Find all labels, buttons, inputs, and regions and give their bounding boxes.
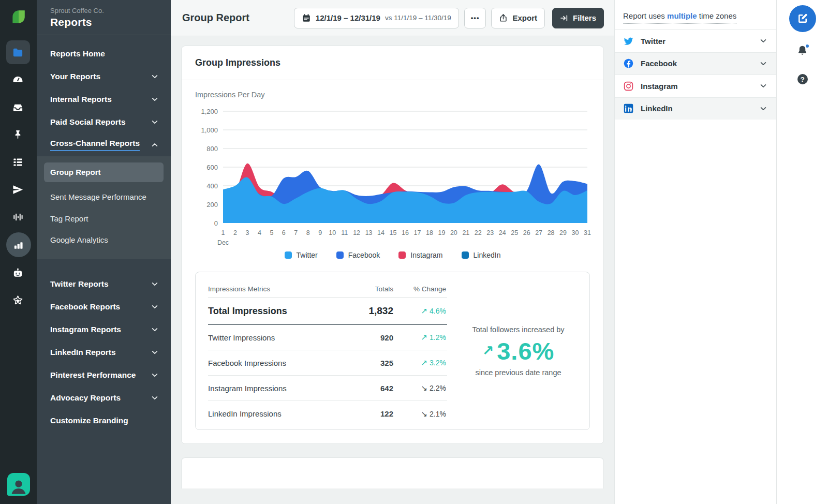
more-options-button[interactable]: ••• [464, 8, 486, 28]
metrics-header-change: % Change [393, 285, 447, 293]
network-rows: TwitterFacebookInstagramLinkedIn [615, 29, 776, 120]
submenu-item-tag-report[interactable]: Tag Report [37, 208, 171, 230]
sidebar-item-cross-channel-reports[interactable]: Cross-Channel Reports [37, 134, 171, 156]
followers-line1: Total followers increased by [472, 325, 564, 334]
submenu-item-group-report[interactable]: Group Report [44, 162, 164, 182]
rail-item-listening[interactable] [6, 205, 30, 229]
user-avatar[interactable] [7, 473, 30, 496]
ellipsis-icon: ••• [471, 14, 480, 22]
chevron-down-icon [151, 394, 158, 402]
rail-item-folder[interactable] [6, 40, 30, 64]
network-row-facebook[interactable]: Facebook [615, 52, 776, 75]
sidebar-item-your-reports[interactable]: Your Reports [37, 65, 171, 88]
submenu-item-google-analytics[interactable]: Google Analytics [37, 229, 171, 251]
trend-up-icon: ↗ [421, 333, 428, 342]
chart-legend: TwitterFacebookInstagramLinkedIn [195, 251, 590, 259]
inbox-icon [12, 101, 24, 113]
timezone-note-prefix: Report uses [623, 11, 667, 20]
followers-stat: ↗ 3.6% [482, 337, 555, 365]
export-button[interactable]: Export [491, 8, 545, 28]
svg-text:2: 2 [233, 229, 237, 236]
svg-text:3: 3 [245, 229, 249, 236]
network-row-instagram[interactable]: Instagram [615, 75, 776, 97]
sidebar-item-reports-home[interactable]: Reports Home [37, 42, 171, 65]
date-range-button[interactable]: 12/1/19 – 12/31/19 vs 11/1/19 – 11/30/19 [294, 8, 459, 28]
metrics-table-header: Impressions Metrics Totals % Change [208, 280, 447, 298]
card-body: Impressions Per Day 02004006008001,0001,… [182, 80, 603, 443]
followers-line2: since previous date range [475, 368, 561, 377]
chevron-down-icon [760, 105, 767, 112]
sidebar-title: Reports [50, 16, 158, 28]
svg-text:21: 21 [462, 229, 469, 236]
svg-text:800: 800 [206, 145, 218, 153]
legend-item-twitter: Twitter [285, 251, 318, 259]
network-row-linkedin[interactable]: LinkedIn [615, 97, 776, 120]
network-row-twitter[interactable]: Twitter [615, 29, 776, 52]
sidebar-item-paid-social-reports[interactable]: Paid Social Reports [37, 111, 171, 134]
rail-item-paper-plane[interactable] [6, 177, 30, 201]
legend-swatch-icon [336, 251, 344, 259]
sidebar-item-customize-branding[interactable]: Customize Branding [37, 409, 171, 432]
sidebar-item-facebook-reports[interactable]: Facebook Reports [37, 295, 171, 318]
rail-item-bar-chart[interactable] [6, 232, 31, 257]
sidebar-item-advocacy-reports[interactable]: Advocacy Reports [37, 387, 171, 409]
filters-button[interactable]: Filters [552, 8, 604, 28]
chevron-down-icon [151, 118, 158, 126]
chevron-up-icon [151, 141, 158, 149]
legend-label: Instagram [410, 251, 442, 259]
svg-text:20: 20 [450, 229, 457, 236]
date-compare-value: vs 11/1/19 – 11/30/19 [385, 14, 451, 22]
sidebar-item-internal-reports[interactable]: Internal Reports [37, 88, 171, 111]
sidebar-item-instagram-reports[interactable]: Instagram Reports [37, 318, 171, 341]
sidebar-item-twitter-reports[interactable]: Twitter Reports [37, 273, 171, 295]
timezone-multiple-link[interactable]: multiple [667, 11, 697, 20]
svg-text:12: 12 [353, 229, 360, 236]
impressions-area-chart: 02004006008001,0001,20012345678910111213… [195, 104, 592, 246]
svg-text:600: 600 [206, 164, 218, 171]
filters-label: Filters [573, 13, 596, 22]
submenu-item-sent-message-performance[interactable]: Sent Message Performance [37, 186, 171, 208]
help-button[interactable]: ? [797, 74, 808, 84]
listening-icon [12, 211, 24, 223]
card-title: Group Impressions [195, 57, 590, 68]
chevron-down-icon [151, 303, 158, 310]
sprout-logo[interactable] [9, 7, 28, 27]
calendar-icon [302, 13, 311, 23]
sidebar-item-linkedin-reports[interactable]: LinkedIn Reports [37, 341, 171, 364]
filters-icon [560, 14, 568, 22]
metrics-header-totals: Totals [344, 285, 393, 293]
change-down: ↘2.1% [421, 410, 447, 418]
svg-text:1,200: 1,200 [201, 108, 218, 115]
metrics-row-instagram-impressions: Instagram Impressions642↘2.2% [208, 376, 447, 401]
chevron-down-icon [151, 73, 158, 80]
sidebar-item-pinterest-performance[interactable]: Pinterest Performance [37, 364, 171, 387]
trend-down-icon: ↘ [421, 409, 428, 418]
group-impressions-card: Group Impressions Impressions Per Day 02… [181, 46, 604, 444]
legend-label: Facebook [348, 251, 380, 259]
rail-item-feed[interactable] [6, 150, 30, 174]
svg-text:15: 15 [390, 229, 397, 236]
paper-plane-icon [12, 184, 24, 196]
rail-item-gauge[interactable] [6, 68, 30, 92]
rail-item-star[interactable] [6, 288, 30, 312]
reports-sidebar: Sprout Coffee Co. Reports Reports HomeYo… [37, 0, 171, 504]
compose-button[interactable] [789, 5, 816, 32]
rail-item-inbox[interactable] [6, 95, 30, 119]
svg-text:0: 0 [214, 219, 218, 227]
folder-icon [12, 47, 24, 58]
svg-text:10: 10 [329, 229, 336, 236]
chevron-down-icon [151, 96, 158, 103]
chevron-down-icon [760, 37, 767, 45]
rail-item-pin[interactable] [6, 123, 30, 146]
bar-chart-icon [12, 239, 24, 251]
date-range-value: 12/1/19 – 12/31/19 [316, 13, 380, 22]
svg-text:19: 19 [438, 229, 445, 236]
account-name: Sprout Coffee Co. [50, 7, 158, 14]
main-area: Group Report 12/1/19 – 12/31/19 vs 11/1/… [171, 0, 614, 504]
impressions-metrics-panel: Impressions Metrics Totals % Change Tota… [195, 272, 590, 430]
rail-item-bot[interactable] [6, 261, 30, 285]
timezone-note-suffix: time zones [697, 11, 737, 20]
svg-text:5: 5 [270, 229, 273, 236]
notifications-button[interactable] [796, 45, 808, 56]
svg-text:Dec: Dec [217, 239, 229, 246]
